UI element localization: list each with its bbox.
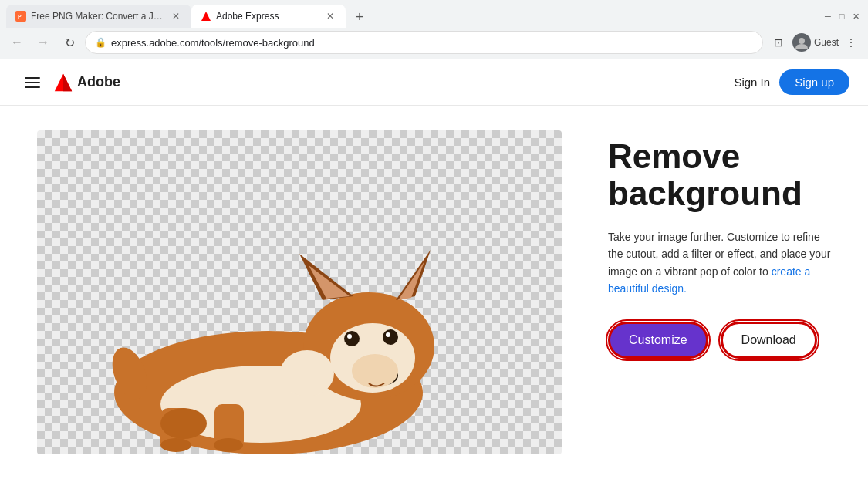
svg-marker-2 [201,12,211,21]
browser-chrome: P Free PNG Maker: Convert a JP… ✕ Adobe … [0,0,868,59]
adobe-logo[interactable]: Adobe [52,72,120,93]
minimize-button[interactable]: ─ [822,10,834,22]
tab-1[interactable]: P Free PNG Maker: Convert a JP… ✕ [6,5,191,28]
new-tab-button[interactable]: + [349,6,370,28]
browser-actions: ⊡ Guest ⋮ [768,32,862,53]
restore-button[interactable]: □ [836,10,848,22]
menu-button[interactable]: ⋮ [840,32,862,53]
back-button[interactable]: ← [6,32,28,53]
address-text: express.adobe.com/tools/remove-backgroun… [111,37,753,49]
svg-point-18 [347,334,352,339]
svg-text:P: P [18,14,22,19]
address-bar[interactable]: 🔒 express.adobe.com/tools/remove-backgro… [85,31,763,54]
tab-2[interactable]: Adobe Express ✕ [191,5,346,28]
panel-title: Remove background [608,138,831,213]
profile-button[interactable] [791,32,812,53]
corgi-image [83,177,469,454]
main-area: Remove background Take your image furthe… [0,106,868,479]
hamburger-line-1 [25,77,40,79]
panel-description: Take your image further. Customize to re… [608,228,831,298]
profile-avatar [792,33,811,52]
adobe-logo-icon [52,72,74,93]
tab-1-close[interactable]: ✕ [170,10,182,22]
guest-label: Guest [814,37,839,48]
download-button[interactable]: Download [721,322,817,359]
svg-point-21 [352,354,398,388]
sign-in-button[interactable]: Sign In [734,76,770,89]
hamburger-line-2 [25,82,40,83]
customize-button[interactable]: Customize [608,322,708,359]
description-link: create a beautiful design. [608,265,810,295]
page-content: Adobe Sign In Sign up [0,59,868,479]
hamburger-menu-button[interactable] [19,69,46,96]
tab-1-favicon: P [15,11,26,22]
title-bar: P Free PNG Maker: Convert a JP… ✕ Adobe … [0,0,868,28]
address-bar-row: ← → ↻ 🔒 express.adobe.com/tools/remove-b… [0,28,868,59]
cast-button[interactable]: ⊡ [768,32,789,53]
svg-point-26 [214,438,243,452]
svg-point-25 [160,438,191,452]
adobe-logo-text: Adobe [77,74,120,90]
hamburger-line-3 [25,86,40,88]
svg-point-17 [344,331,360,346]
svg-point-3 [799,38,805,44]
action-buttons: Customize Download [608,322,831,359]
tab-2-close[interactable]: ✕ [324,10,336,22]
sign-up-button[interactable]: Sign up [779,69,849,95]
forward-button[interactable]: → [32,32,54,53]
tab-2-title: Adobe Express [216,11,319,22]
svg-marker-5 [63,73,72,90]
image-canvas [37,130,562,454]
reload-button[interactable]: ↻ [59,32,80,53]
svg-point-20 [386,332,390,337]
svg-point-22 [280,350,334,396]
svg-point-23 [160,408,207,439]
svg-point-19 [383,329,398,345]
tabs-bar: P Free PNG Maker: Convert a JP… ✕ Adobe … [6,5,370,28]
site-header: Adobe Sign In Sign up [0,59,868,106]
lock-icon: 🔒 [95,37,106,48]
close-window-button[interactable]: ✕ [849,10,862,22]
right-panel: Remove background Take your image furthe… [608,130,831,359]
tab-1-title: Free PNG Maker: Convert a JP… [31,11,165,22]
svg-marker-13 [396,250,431,300]
tab-2-favicon [201,11,211,22]
